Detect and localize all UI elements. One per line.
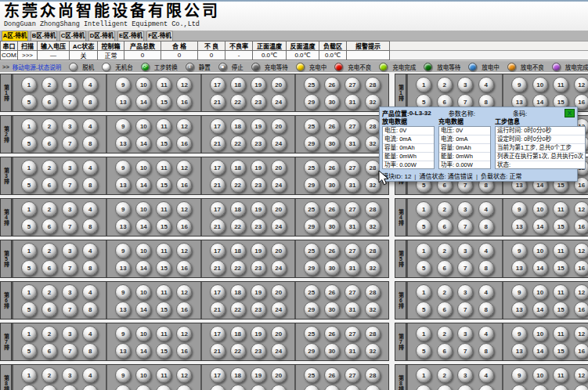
cell-circle[interactable]: 29 (304, 177, 319, 193)
cell-circle[interactable]: 4 (478, 367, 494, 383)
cell-circle[interactable]: 12 (176, 326, 192, 341)
cell-circle[interactable]: 26 (324, 118, 340, 134)
cell-circle[interactable]: 5 (21, 177, 37, 193)
cell-circle[interactable]: 24 (271, 177, 287, 193)
cell-circle[interactable]: 17 (210, 77, 225, 92)
cell-circle[interactable]: 17 (210, 367, 225, 383)
cell-circle[interactable]: 1 (416, 367, 431, 383)
cell-circle[interactable]: 20 (271, 326, 287, 341)
cell-circle[interactable]: 1 (21, 118, 37, 134)
cell-circle[interactable]: 4 (478, 326, 494, 341)
cell-circle[interactable]: 31 (345, 343, 360, 359)
cell-circle[interactable]: 13 (115, 94, 131, 110)
cell-circle[interactable]: 11 (553, 284, 568, 300)
cell-circle[interactable]: 28 (365, 284, 381, 300)
cell-circle[interactable]: 8 (82, 218, 98, 234)
cell-circle[interactable]: 24 (271, 260, 287, 276)
cell-circle[interactable]: 31 (345, 302, 360, 317)
cell-circle[interactable]: 12 (176, 284, 192, 300)
cell-circle[interactable]: 10 (532, 77, 548, 92)
cell-circle[interactable]: 13 (511, 218, 527, 234)
cell-circle[interactable]: 15 (156, 94, 171, 110)
cell-circle[interactable]: 19 (251, 118, 266, 134)
cell-circle[interactable]: 5 (416, 385, 431, 390)
cell-circle[interactable]: 32 (365, 135, 381, 151)
cell-circle[interactable]: 11 (156, 118, 171, 134)
cell-circle[interactable]: 14 (135, 385, 151, 390)
cell-circle[interactable]: 16 (574, 260, 588, 276)
cell-circle[interactable]: 4 (82, 201, 98, 217)
cell-circle[interactable]: 29 (304, 135, 319, 151)
tab-zone-F[interactable]: F区-待机 (146, 31, 173, 41)
cell-circle[interactable]: 27 (345, 284, 360, 300)
cell-circle[interactable]: 26 (324, 77, 340, 92)
cell-circle[interactable]: 20 (271, 284, 287, 300)
cell-circle[interactable]: 3 (457, 367, 473, 383)
cell-circle[interactable]: 21 (210, 135, 225, 151)
cell-circle[interactable]: 14 (532, 218, 548, 234)
cell-circle[interactable]: 26 (324, 326, 340, 341)
cell-circle[interactable]: 32 (365, 302, 381, 317)
cell-circle[interactable]: 18 (230, 118, 246, 134)
cell-circle[interactable]: 7 (62, 302, 78, 317)
cell-circle[interactable]: 23 (251, 135, 266, 151)
cell-circle[interactable]: 4 (82, 118, 98, 134)
cell-circle[interactable]: 25 (304, 118, 319, 134)
cell-circle[interactable]: 28 (365, 77, 381, 92)
cell-circle[interactable]: 15 (156, 218, 171, 234)
cell-circle[interactable]: 10 (532, 326, 548, 341)
cell-circle[interactable]: 28 (365, 326, 381, 341)
cell-circle[interactable]: 26 (324, 160, 340, 175)
cell-circle[interactable]: 18 (230, 77, 246, 92)
cell-circle[interactable]: 14 (532, 343, 548, 359)
cell-circle[interactable]: 13 (115, 135, 131, 151)
cell-circle[interactable]: 30 (324, 135, 340, 151)
cell-circle[interactable]: 7 (62, 343, 78, 359)
cell-circle[interactable]: 25 (304, 201, 319, 217)
cell-circle[interactable]: 25 (304, 243, 319, 258)
cell-circle[interactable]: 12 (176, 160, 192, 175)
cell-circle[interactable]: 14 (135, 260, 151, 276)
cell-circle[interactable]: 30 (324, 177, 340, 193)
cell-circle[interactable]: 9 (511, 326, 527, 341)
cell-circle[interactable]: 30 (324, 94, 340, 110)
cell-circle[interactable]: 8 (82, 94, 98, 110)
cell-circle[interactable]: 11 (553, 201, 568, 217)
cell-circle[interactable]: 8 (478, 260, 494, 276)
cell-circle[interactable]: 1 (416, 326, 431, 341)
cell-circle[interactable]: 31 (345, 260, 360, 276)
cell-circle[interactable]: 15 (553, 343, 568, 359)
cell-circle[interactable]: 19 (251, 160, 266, 175)
cell-circle[interactable]: 23 (251, 302, 266, 317)
cell-circle[interactable]: 6 (41, 94, 57, 110)
popup-close-button[interactable]: X (565, 109, 575, 117)
cell-circle[interactable]: 14 (135, 94, 151, 110)
cell-circle[interactable]: 8 (82, 343, 98, 359)
cell-circle[interactable]: 32 (365, 260, 381, 276)
cell-circle[interactable]: 6 (41, 260, 57, 276)
cell-circle[interactable]: 23 (251, 218, 266, 234)
cell-circle[interactable]: 1 (21, 77, 37, 92)
cell-circle[interactable]: 2 (41, 326, 57, 341)
cell-circle[interactable]: 22 (230, 177, 246, 193)
cell-circle[interactable]: 30 (324, 302, 340, 317)
cell-circle[interactable]: 1 (21, 367, 37, 383)
cell-circle[interactable]: 10 (135, 326, 151, 341)
cell-circle[interactable]: 10 (532, 367, 548, 383)
cell-circle[interactable]: 11 (553, 326, 568, 341)
cell-circle[interactable]: 16 (176, 94, 192, 110)
cell-circle[interactable]: 13 (115, 302, 131, 317)
cell-circle[interactable]: 10 (135, 160, 151, 175)
cell-circle[interactable]: 16 (176, 177, 192, 193)
cell-circle[interactable]: 1 (416, 243, 431, 258)
cell-circle[interactable]: 10 (135, 77, 151, 92)
cell-circle[interactable]: 12 (176, 77, 192, 92)
cell-circle[interactable]: 13 (115, 177, 131, 193)
cell-circle[interactable]: 23 (251, 177, 266, 193)
cell-circle[interactable]: 13 (511, 260, 527, 276)
tab-zone-A[interactable]: A区-待机 (2, 31, 28, 41)
cell-circle[interactable]: 27 (345, 367, 360, 383)
cell-circle[interactable]: 29 (304, 260, 319, 276)
cell-circle[interactable]: 31 (345, 218, 360, 234)
cell-circle[interactable]: 16 (176, 260, 192, 276)
